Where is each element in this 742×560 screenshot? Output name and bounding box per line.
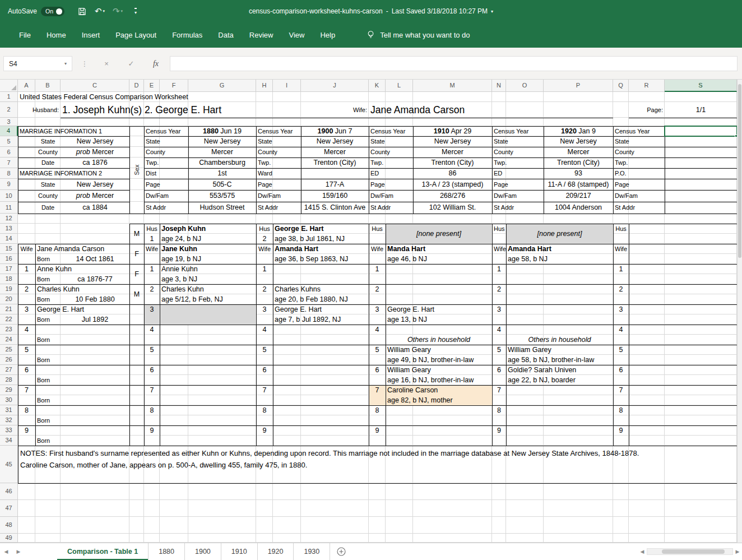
cell-E15[interactable]: Wife (144, 244, 160, 254)
cell-N23[interactable]: 4 (492, 325, 506, 335)
row-header-30[interactable]: 30 (0, 395, 18, 405)
cell-J7[interactable]: Trenton (City) (301, 158, 369, 168)
column-header-H[interactable]: H (256, 80, 273, 92)
cell-A23[interactable]: 4 (18, 325, 35, 335)
cell-K9[interactable]: Page (369, 179, 413, 190)
row-header-45[interactable]: 45 (0, 446, 18, 483)
cell-H23[interactable]: 4 (256, 325, 273, 335)
cell-H19[interactable]: 2 (256, 284, 273, 294)
cell-F13[interactable]: Joseph Kuhn (160, 224, 256, 234)
row-header-25[interactable]: 25 (0, 345, 18, 355)
cell-Q6[interactable]: County (613, 147, 665, 158)
column-header-G[interactable]: G (188, 80, 256, 92)
cell-I20[interactable]: age 20, b Feb 1880, NJ (273, 294, 369, 304)
cell-M5[interactable]: New Jersey (413, 136, 492, 147)
cell-P10[interactable]: 209/217 (544, 190, 613, 202)
cell-A29[interactable]: 7 (18, 385, 35, 395)
cell-G10[interactable]: 553/575 (188, 190, 256, 202)
cell-I14[interactable]: age 38, b Jul 1861, NJ (273, 234, 369, 244)
cell-H14[interactable]: 2 (256, 234, 273, 244)
cell-E11[interactable]: St Addr (144, 202, 188, 214)
cell-L13[interactable]: [none present] (386, 224, 492, 244)
column-header-S[interactable]: S (665, 80, 737, 92)
row-header-46[interactable]: 46 (0, 483, 18, 500)
cell-B24[interactable]: Born (35, 335, 61, 345)
row-header-14[interactable]: 14 (0, 234, 18, 244)
cell-D17[interactable]: F (129, 264, 144, 284)
sheet-tab-comparison-table-1[interactable]: Comparison - Table 1 (57, 543, 149, 560)
column-header-R[interactable]: R (629, 80, 665, 92)
column-header-Q[interactable]: Q (613, 80, 629, 92)
row-header-6[interactable]: 6 (0, 147, 18, 158)
cell-Q4[interactable]: Census Year (613, 126, 665, 136)
cell-E6[interactable]: County (144, 147, 188, 158)
select-all-corner[interactable] (0, 80, 18, 92)
cell-O28[interactable]: age 22, b NJ, boarder (506, 375, 613, 385)
column-header-F[interactable]: F (160, 80, 188, 92)
cell-N4[interactable]: Census Year (492, 126, 544, 136)
cell-H8[interactable]: Ward (256, 168, 301, 179)
cell-N7[interactable]: Twp. (492, 158, 544, 168)
cell-A27[interactable]: 6 (18, 365, 35, 375)
cell-E21[interactable]: 3 (144, 304, 160, 314)
cell-E17[interactable]: 1 (144, 264, 160, 274)
cell-Q13[interactable]: Hus (613, 224, 629, 234)
ribbon-tab-review[interactable]: Review (242, 26, 281, 44)
cell-C20[interactable]: 10 Feb 1880 (61, 294, 129, 304)
row-header-48[interactable]: 48 (0, 517, 18, 534)
cell-H11[interactable]: St Addr (256, 202, 301, 214)
cell-I15[interactable]: Amanda Hart (273, 244, 369, 254)
cell-E9[interactable]: Page (144, 179, 188, 190)
row-header-9[interactable]: 9 (0, 179, 18, 190)
cell-Q5[interactable]: State (613, 136, 665, 147)
fill-handle[interactable] (735, 135, 737, 137)
row-header-49[interactable]: 49 (0, 534, 18, 543)
cell-D19[interactable]: M (129, 284, 144, 304)
cell-D4[interactable]: Sex (129, 126, 144, 214)
cell-L16[interactable]: age 46, b NJ (386, 254, 492, 264)
row-header-3[interactable]: 3 (0, 118, 18, 126)
cell-J2[interactable]: Wife: (301, 102, 369, 118)
cell-B11[interactable]: Date (35, 202, 61, 214)
cell-G8[interactable]: 1st (188, 168, 256, 179)
cell-K7[interactable]: Twp. (369, 158, 413, 168)
cell-F16[interactable]: age 19, b NJ (160, 254, 256, 264)
row-header-28[interactable]: 28 (0, 375, 18, 385)
row-header-22[interactable]: 22 (0, 314, 18, 325)
cell-B22[interactable]: Born (35, 314, 61, 325)
cell-Q7[interactable]: Twp. (613, 158, 665, 168)
cell-E23[interactable]: 4 (144, 325, 160, 335)
column-header-I[interactable]: I (273, 80, 301, 92)
cell-K5[interactable]: State (369, 136, 413, 147)
cell-N10[interactable]: Dw/Fam (492, 190, 544, 202)
cell-G6[interactable]: Mercer (188, 147, 256, 158)
cell-Q9[interactable]: Page (613, 179, 665, 190)
row-header-15[interactable]: 15 (0, 244, 18, 254)
scroll-thumb[interactable] (662, 549, 725, 554)
cell-L26[interactable]: age 49, b NJ, brother-in-law (386, 355, 492, 365)
sheet-nav-prev-button[interactable]: ◀ (0, 543, 12, 560)
cell-H6[interactable]: County (256, 147, 301, 158)
insert-function-button[interactable]: fx (147, 56, 165, 71)
cell-B34[interactable]: Born (35, 436, 61, 446)
cell-B7[interactable]: Date (35, 158, 61, 168)
ribbon-tab-help[interactable]: Help (312, 26, 343, 44)
formula-input[interactable] (170, 56, 738, 71)
cell-K11[interactable]: St Addr (369, 202, 413, 214)
cell-E14[interactable]: 1 (144, 234, 160, 244)
cell-E13[interactable]: Hus (144, 224, 160, 234)
cell-O25[interactable]: William Garey (506, 345, 613, 355)
name-box[interactable]: S4 ▾ (3, 56, 72, 71)
row-header-31[interactable]: 31 (0, 405, 18, 415)
cell-B5[interactable]: State (35, 136, 61, 147)
cell-K2[interactable]: Jane Amanda Carson (369, 102, 613, 118)
cell-B9[interactable]: State (35, 179, 61, 190)
cell-F17[interactable]: Annie Kuhn (160, 264, 256, 274)
cell-E8[interactable]: Dist (144, 168, 188, 179)
cell-B20[interactable]: Born (35, 294, 61, 304)
cell-G9[interactable]: 505-C (188, 179, 256, 190)
row-header-23[interactable]: 23 (0, 325, 18, 335)
cell-H17[interactable]: 1 (256, 264, 273, 274)
column-header-P[interactable]: P (544, 80, 613, 92)
cell-H31[interactable]: 8 (256, 405, 273, 415)
